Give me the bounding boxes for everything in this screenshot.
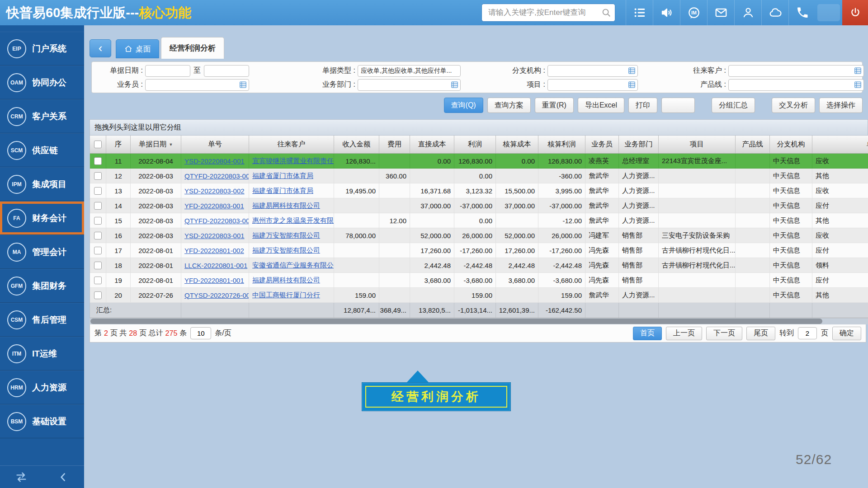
- cloud-button[interactable]: [761, 0, 788, 25]
- doc_no-link[interactable]: YSD-20220803-002: [184, 187, 245, 195]
- doc_no-link[interactable]: QTYFD-20220803-001: [184, 217, 249, 225]
- customer-link[interactable]: 福建易网科技有限公司: [252, 276, 320, 285]
- menu-list-button[interactable]: [626, 0, 653, 25]
- salesman-input[interactable]: [145, 79, 249, 91]
- user-button[interactable]: [734, 0, 761, 25]
- blank-button[interactable]: [661, 98, 695, 113]
- table-row[interactable]: 162022-08-03YSD-20220803-001福建万安智能有限公司78…: [90, 228, 868, 243]
- search-input[interactable]: [487, 8, 601, 18]
- product-line-grid-picker-icon[interactable]: [854, 81, 862, 89]
- table-row[interactable]: 112022-08-04YSD-20220804-001宜宾骏继洪骥置业有限责任…: [90, 154, 868, 169]
- column-header-customer[interactable]: 往来客户: [249, 136, 334, 153]
- sidebar-item-bsm[interactable]: BSM基础设置: [0, 404, 84, 438]
- power-button[interactable]: [842, 0, 868, 25]
- dept-grid-picker-icon[interactable]: [451, 81, 458, 89]
- salesman-grid-picker-icon[interactable]: [239, 81, 247, 89]
- doc_no-link[interactable]: QTYFD-20220803-002: [184, 172, 249, 180]
- sidebar-item-scm[interactable]: SCM供应链: [0, 133, 84, 167]
- sidebar-item-crm[interactable]: CRM客户关系: [0, 99, 84, 133]
- doc_no-link[interactable]: QTYSD-20220726-001: [184, 291, 249, 299]
- group-by-bar[interactable]: 拖拽列头到这里以用它分组: [90, 119, 868, 136]
- doc_no-link[interactable]: YFD-20220801-002: [184, 247, 244, 254]
- sidebar-item-hrm[interactable]: HRM人力资源: [0, 371, 84, 404]
- column-header-doc_no[interactable]: 单号: [181, 136, 249, 153]
- customer-link[interactable]: 福建万安智能有限公司: [252, 246, 320, 255]
- print-button[interactable]: 打印: [628, 98, 657, 113]
- project-input[interactable]: [547, 79, 638, 91]
- row-checkbox[interactable]: [94, 157, 102, 165]
- sidebar-item-eip[interactable]: EIP门户系统: [0, 32, 84, 66]
- sidebar-item-csm[interactable]: CSM售后管理: [0, 303, 84, 337]
- column-header-doc_type[interactable]: 单据类型: [812, 136, 868, 153]
- table-row[interactable]: 172022-08-01YFD-20220801-002福建万安智能有限公司17…: [90, 243, 868, 258]
- doc-date-from-input[interactable]: [145, 65, 190, 77]
- last-page-button[interactable]: 尾页: [746, 327, 775, 340]
- swap-arrows-icon[interactable]: [15, 471, 28, 483]
- tab-operating-profit-analysis[interactable]: 经营利润分析: [161, 37, 224, 59]
- table-row[interactable]: 192022-08-01YFD-20220801-001福建易网科技有限公司3,…: [90, 273, 868, 288]
- query-button[interactable]: 查询(Q): [444, 98, 483, 113]
- table-row[interactable]: 152022-08-03QTYFD-20220803-001惠州市龙之泉温泉开发…: [90, 213, 868, 228]
- doc-date-to-input[interactable]: [204, 65, 249, 77]
- back-button[interactable]: ‹: [90, 39, 111, 57]
- doc_no-link[interactable]: YSD-20220804-001: [184, 157, 245, 165]
- row-checkbox[interactable]: [94, 172, 102, 180]
- sidebar-item-ipm[interactable]: IPM集成项目: [0, 167, 84, 201]
- reset-button[interactable]: 重置(R): [535, 98, 574, 113]
- doc_no-link[interactable]: YFD-20220801-001: [184, 277, 244, 284]
- branch-grid-picker-icon[interactable]: [628, 67, 636, 75]
- topbar-empty-slot[interactable]: [817, 4, 840, 21]
- table-row[interactable]: 182022-08-01LLCK-20220801-001安徽省通信产业服务有限…: [90, 258, 868, 273]
- row-checkbox[interactable]: [94, 262, 102, 269]
- horizontal-scrollbar-thumb[interactable]: [90, 319, 822, 324]
- sidebar-item-ma[interactable]: MA管理会计: [0, 235, 84, 269]
- customer-link[interactable]: 福建易网科技有限公司: [252, 202, 320, 210]
- row-checkbox[interactable]: [94, 202, 102, 210]
- column-header-direct_cost[interactable]: 直接成本: [410, 136, 454, 153]
- export-excel-button[interactable]: 导出Excel: [578, 98, 624, 113]
- customer-link[interactable]: 宜宾骏继洪骥置业有限责任公...: [252, 157, 334, 165]
- page-size-input[interactable]: [190, 327, 211, 339]
- row-checkbox[interactable]: [94, 232, 102, 239]
- column-header-acct_profit[interactable]: 核算利润: [538, 136, 585, 153]
- table-row[interactable]: 122022-08-03QTYFD-20220803-002福建省厦门市体育局3…: [90, 169, 868, 183]
- table-row[interactable]: 202022-07-26QTYSD-20220726-001中国工商银行厦门分行…: [90, 288, 868, 303]
- doc_no-link[interactable]: YFD-20220803-001: [184, 202, 244, 210]
- product-line-input[interactable]: [728, 79, 864, 91]
- column-header-check[interactable]: [90, 136, 106, 153]
- speaker-button[interactable]: [653, 0, 680, 25]
- mail-button[interactable]: [707, 0, 734, 25]
- column-header-acct_cost[interactable]: 核算成本: [496, 136, 538, 153]
- row-checkbox[interactable]: [94, 247, 102, 254]
- column-header-date[interactable]: 单据日期▼: [131, 136, 181, 153]
- column-header-product_line[interactable]: 产品线: [736, 136, 770, 153]
- goto-confirm-button[interactable]: 确定: [832, 327, 861, 340]
- tab-desktop[interactable]: 桌面: [116, 39, 159, 58]
- column-header-project[interactable]: 项目: [659, 136, 736, 153]
- search-icon[interactable]: [601, 8, 611, 18]
- next-page-button[interactable]: 下一页: [706, 327, 742, 340]
- column-header-income[interactable]: 收入金额: [334, 136, 379, 153]
- column-header-dept[interactable]: 业务部门: [619, 136, 659, 153]
- doc-type-input[interactable]: [358, 65, 461, 77]
- im-button[interactable]: IM: [680, 0, 707, 25]
- doc_no-link[interactable]: YSD-20220803-001: [184, 232, 245, 239]
- customer-link[interactable]: 惠州市龙之泉温泉开发有限公...: [252, 216, 334, 225]
- customer-link[interactable]: 福建省厦门市体育局: [252, 187, 313, 195]
- column-header-profit[interactable]: 利润: [454, 136, 496, 153]
- phone-button[interactable]: [788, 0, 816, 25]
- prev-page-button[interactable]: 上一页: [666, 327, 702, 340]
- customer-link[interactable]: 安徽省通信产业服务有限公司: [252, 261, 334, 270]
- doc_no-link[interactable]: LLCK-20220801-001: [184, 262, 247, 269]
- query-plan-button[interactable]: 查询方案: [487, 98, 531, 113]
- sidebar-item-oam[interactable]: OAM协同办公: [0, 66, 84, 99]
- select-operation-button[interactable]: 选择操作: [819, 98, 863, 113]
- row-checkbox[interactable]: [94, 187, 102, 195]
- customer-input[interactable]: [728, 65, 864, 77]
- goto-page-input[interactable]: [798, 327, 817, 339]
- dept-input[interactable]: [358, 79, 461, 91]
- first-page-button[interactable]: 首页: [633, 327, 662, 340]
- column-header-seq[interactable]: 序: [106, 136, 131, 153]
- table-row[interactable]: 142022-08-03YFD-20220803-001福建易网科技有限公司37…: [90, 198, 868, 213]
- column-header-salesman[interactable]: 业务员: [585, 136, 619, 153]
